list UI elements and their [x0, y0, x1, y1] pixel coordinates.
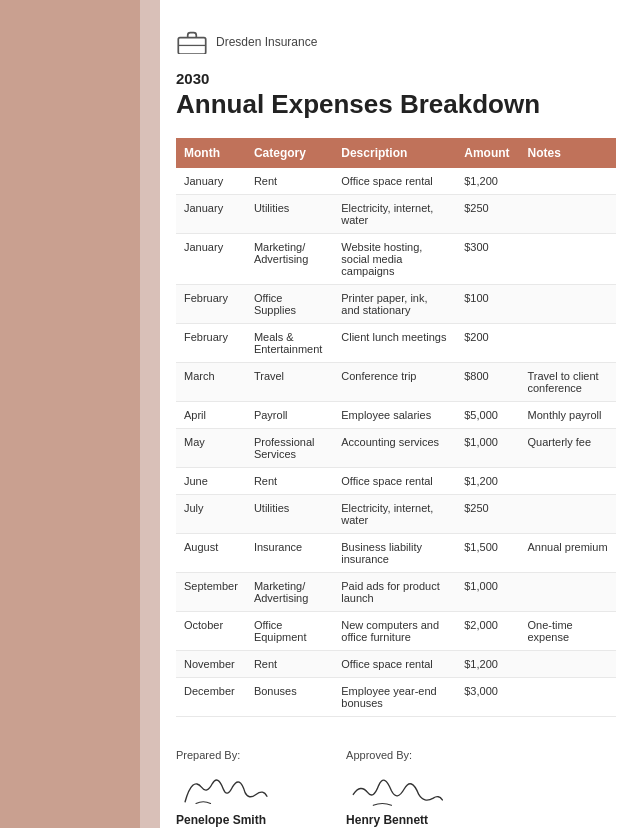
cell-description: Electricity, internet, water — [333, 195, 456, 234]
cell-notes — [520, 195, 617, 234]
cell-category: Insurance — [246, 534, 333, 573]
cell-notes: Travel to client conference — [520, 363, 617, 402]
table-row: AprilPayrollEmployee salaries$5,000Month… — [176, 402, 616, 429]
table-header-row: Month Category Description Amount Notes — [176, 138, 616, 168]
cell-category: Marketing/Advertising — [246, 573, 333, 612]
header: Dresden Insurance — [176, 30, 616, 54]
cell-notes — [520, 678, 617, 717]
cell-description: Conference trip — [333, 363, 456, 402]
cell-notes — [520, 324, 617, 363]
cell-notes — [520, 495, 617, 534]
cell-description: Electricity, internet, water — [333, 495, 456, 534]
table-row: MayProfessionalServicesAccounting servic… — [176, 429, 616, 468]
cell-description: Office space rental — [333, 468, 456, 495]
approved-by-label: Approved By: — [346, 749, 447, 761]
cell-description: Client lunch meetings — [333, 324, 456, 363]
cell-month: April — [176, 402, 246, 429]
cell-notes — [520, 234, 617, 285]
cell-notes — [520, 285, 617, 324]
table-row: MarchTravelConference trip$800Travel to … — [176, 363, 616, 402]
expenses-table: Month Category Description Amount Notes … — [176, 138, 616, 717]
cell-month: November — [176, 651, 246, 678]
cell-category: Rent — [246, 651, 333, 678]
briefcase-icon — [176, 30, 208, 54]
cell-description: Employee salaries — [333, 402, 456, 429]
cell-description: Business liability insurance — [333, 534, 456, 573]
prepared-by-label: Prepared By: — [176, 749, 286, 761]
table-row: JuneRentOffice space rental$1,200 — [176, 468, 616, 495]
table-row: AugustInsuranceBusiness liability insura… — [176, 534, 616, 573]
table-row: NovemberRentOffice space rental$1,200 — [176, 651, 616, 678]
cell-month: January — [176, 195, 246, 234]
cell-amount: $1,200 — [456, 168, 519, 195]
cell-notes: Quarterly fee — [520, 429, 617, 468]
footer: Prepared By: Penelope Smith Accounting S… — [176, 749, 616, 828]
cell-category: Payroll — [246, 402, 333, 429]
doc-title: Annual Expenses Breakdown — [176, 89, 616, 120]
cell-description: Office space rental — [333, 168, 456, 195]
preparer-name: Penelope Smith — [176, 813, 286, 827]
cell-month: January — [176, 234, 246, 285]
preparer-signature — [176, 765, 286, 813]
cell-description: Office space rental — [333, 651, 456, 678]
prepared-by-section: Prepared By: Penelope Smith Accounting S… — [176, 749, 286, 828]
cell-amount: $250 — [456, 195, 519, 234]
approver-signature-svg — [346, 767, 446, 811]
company-name: Dresden Insurance — [216, 35, 317, 49]
left-sidebar — [0, 0, 160, 828]
cell-month: February — [176, 285, 246, 324]
cell-month: October — [176, 612, 246, 651]
approved-by-section: Approved By: Henry Bennett Accounting Ma… — [346, 749, 447, 828]
col-header-month: Month — [176, 138, 246, 168]
cell-month: March — [176, 363, 246, 402]
table-row: FebruaryMeals &EntertainmentClient lunch… — [176, 324, 616, 363]
cell-amount: $1,200 — [456, 468, 519, 495]
cell-description: New computers and office furniture — [333, 612, 456, 651]
cell-amount: $200 — [456, 324, 519, 363]
cell-category: Utilities — [246, 495, 333, 534]
cell-month: January — [176, 168, 246, 195]
cell-notes: Annual premium — [520, 534, 617, 573]
cell-notes — [520, 468, 617, 495]
col-header-notes: Notes — [520, 138, 617, 168]
page: Dresden Insurance 2030 Annual Expenses B… — [0, 0, 640, 828]
table-row: JulyUtilitiesElectricity, internet, wate… — [176, 495, 616, 534]
cell-description: Accounting services — [333, 429, 456, 468]
cell-month: July — [176, 495, 246, 534]
col-header-category: Category — [246, 138, 333, 168]
cell-month: February — [176, 324, 246, 363]
cell-description: Printer paper, ink, and stationary — [333, 285, 456, 324]
cell-notes: Monthly payroll — [520, 402, 617, 429]
cell-amount: $800 — [456, 363, 519, 402]
cell-notes — [520, 168, 617, 195]
cell-amount: $300 — [456, 234, 519, 285]
cell-month: December — [176, 678, 246, 717]
cell-amount: $1,000 — [456, 573, 519, 612]
cell-category: Rent — [246, 468, 333, 495]
cell-amount: $1,200 — [456, 651, 519, 678]
cell-month: September — [176, 573, 246, 612]
table-row: DecemberBonusesEmployee year-end bonuses… — [176, 678, 616, 717]
col-header-amount: Amount — [456, 138, 519, 168]
cell-amount: $1,000 — [456, 429, 519, 468]
table-row: JanuaryRentOffice space rental$1,200 — [176, 168, 616, 195]
approver-signature — [346, 765, 447, 813]
cell-description: Paid ads for product launch — [333, 573, 456, 612]
cell-amount: $1,500 — [456, 534, 519, 573]
approver-name: Henry Bennett — [346, 813, 447, 827]
cell-month: June — [176, 468, 246, 495]
table-row: SeptemberMarketing/AdvertisingPaid ads f… — [176, 573, 616, 612]
cell-amount: $5,000 — [456, 402, 519, 429]
cell-amount: $3,000 — [456, 678, 519, 717]
main-content: Dresden Insurance 2030 Annual Expenses B… — [160, 0, 640, 828]
doc-year: 2030 — [176, 70, 616, 87]
cell-category: Office Supplies — [246, 285, 333, 324]
cell-description: Website hosting, social media campaigns — [333, 234, 456, 285]
cell-category: Travel — [246, 363, 333, 402]
cell-category: Utilities — [246, 195, 333, 234]
table-row: FebruaryOffice SuppliesPrinter paper, in… — [176, 285, 616, 324]
cell-category: OfficeEquipment — [246, 612, 333, 651]
cell-description: Employee year-end bonuses — [333, 678, 456, 717]
cell-notes: One-time expense — [520, 612, 617, 651]
table-row: JanuaryMarketing/AdvertisingWebsite host… — [176, 234, 616, 285]
